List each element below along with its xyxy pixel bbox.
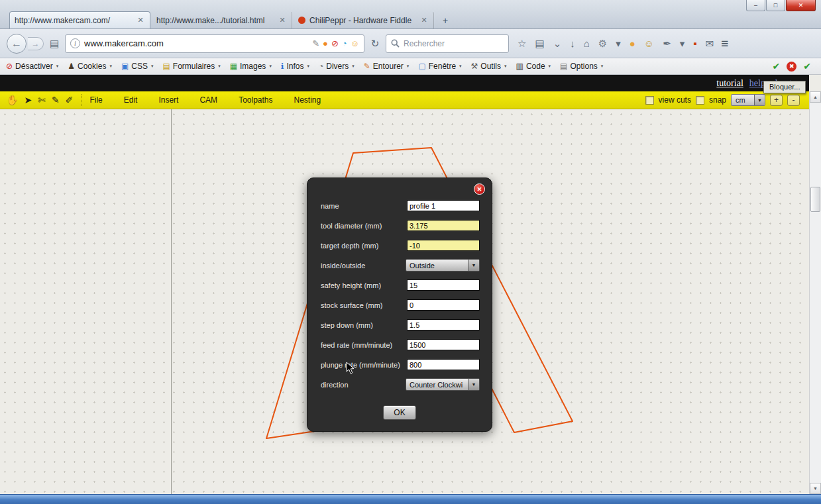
field-label: inside/outside <box>321 262 406 270</box>
cut-tool-icon[interactable]: ✄ <box>38 95 46 105</box>
valid-check-icon[interactable]: ✔ <box>773 61 781 72</box>
drawing-canvas[interactable]: ✕ nametool diameter (mm)target depth (mm… <box>0 109 809 494</box>
addon-smiley-icon[interactable]: ☺ <box>351 39 359 48</box>
dev-menu-outils[interactable]: ⚒Outils <box>471 62 507 71</box>
tab-close-icon[interactable]: ✕ <box>278 16 287 25</box>
menu-toolpaths[interactable]: Toolpaths <box>239 95 272 105</box>
dev-menu-label: Formulaires <box>173 62 215 71</box>
dev-menu-code[interactable]: ▥Code <box>516 62 551 71</box>
dialog-close-button[interactable]: ✕ <box>474 183 485 195</box>
menu-nesting[interactable]: Nesting <box>294 95 321 105</box>
field-input-feed-rate-mm-minute-[interactable] <box>407 339 480 350</box>
dropdown-caret-icon[interactable]: ▾ <box>616 38 621 48</box>
menu-edit[interactable]: Edit <box>124 95 138 105</box>
dev-menu-images[interactable]: ▦Images <box>230 62 272 71</box>
dev-menu-cookies[interactable]: ♟Cookies <box>68 62 112 71</box>
minimize-button[interactable]: – <box>746 0 765 11</box>
addon-orange-dot-icon[interactable]: ● <box>323 39 328 48</box>
bookmark-star-icon[interactable]: ☆ <box>518 38 526 48</box>
scroll-down-icon[interactable]: ▼ <box>810 483 821 494</box>
dev-menu-infos[interactable]: ℹInfos <box>281 62 309 71</box>
dev-menu-formulaires[interactable]: ▤Formulaires <box>162 62 220 71</box>
field-select-inside-outside[interactable]: Outside▼ <box>406 259 480 272</box>
reload-icon[interactable]: ↻ <box>369 38 381 50</box>
ok-button[interactable]: OK <box>383 405 416 420</box>
close-window-button[interactable]: ✕ <box>786 0 816 11</box>
error-count-icon[interactable]: ✖ <box>787 62 796 72</box>
dev-menu-options[interactable]: ▤Options <box>560 62 603 71</box>
addon-gear-icon[interactable]: ⚙ <box>598 38 607 48</box>
view-cuts-checkbox[interactable] <box>645 96 654 105</box>
field-select-direction[interactable]: Counter Clockwi▼ <box>406 378 480 391</box>
dev-menu-fenêtre[interactable]: ▢Fenêtre <box>418 62 461 71</box>
addon-teal-swirl-icon[interactable]: ◔ <box>342 39 347 48</box>
blocker-tooltip[interactable]: Bloquer... <box>763 81 806 93</box>
addon-orange-circle-icon[interactable]: ● <box>629 38 635 48</box>
reading-list-icon[interactable]: ▤ <box>535 38 544 48</box>
adblock-icon[interactable]: ⊘ <box>331 39 339 48</box>
vertical-scrollbar[interactable]: ▲ ▼ <box>809 91 821 494</box>
dev-menu-désactiver[interactable]: ⊘Désactiver <box>6 62 58 71</box>
units-dropdown[interactable]: cm ▼ <box>731 94 765 106</box>
valid-check2-icon[interactable]: ✔ <box>803 61 811 72</box>
browser-window: – □ ✕ http://www.makercam.com/✕http://ww… <box>0 0 821 504</box>
menu-insert[interactable]: Insert <box>158 95 178 105</box>
field-input-tool-diameter-mm-[interactable] <box>407 220 480 231</box>
new-tab-button[interactable]: + <box>437 14 454 27</box>
dialog-row: stock surface (mm) <box>321 298 480 312</box>
search-bar[interactable]: Rechercher <box>386 34 509 53</box>
home-icon[interactable]: ⌂ <box>584 38 590 48</box>
menu-file[interactable]: File <box>89 95 102 105</box>
field-input-step-down-mm-[interactable] <box>407 319 480 330</box>
dropdown-caret2-icon[interactable]: ▾ <box>680 38 685 48</box>
back-button[interactable]: ← <box>7 34 27 54</box>
pan-hand-tool-icon[interactable]: ✋ <box>7 95 18 105</box>
dev-menu-divers[interactable]: ◔Divers <box>319 62 355 71</box>
validation-status-icons: ✔✖✔ <box>773 61 815 72</box>
site-link-tutorial[interactable]: tutorial <box>716 78 743 89</box>
field-label: target depth (mm) <box>321 242 407 250</box>
maximize-button[interactable]: □ <box>766 0 785 11</box>
tab-close-icon[interactable]: ✕ <box>419 16 429 25</box>
eyedropper-icon[interactable]: ✒ <box>663 38 671 48</box>
field-input-safety-height-mm-[interactable] <box>407 279 480 291</box>
url-bar[interactable]: i www.makercam.com ✎●⊘◔☺ <box>65 34 364 53</box>
field-input-name[interactable] <box>407 200 480 211</box>
pocket-icon[interactable]: ⌄ <box>553 38 562 48</box>
dialog-row: tool diameter (mm) <box>321 219 480 232</box>
menu-cam[interactable]: CAM <box>199 95 217 105</box>
select-arrow-tool-icon[interactable]: ➤ <box>24 95 32 105</box>
dialog-row: inside/outsideOutside▼ <box>321 258 480 272</box>
zoom-in-button[interactable]: + <box>770 95 783 106</box>
pen-tool-icon[interactable]: ✎ <box>52 95 60 105</box>
menu-hamburger-icon[interactable]: ≡ <box>721 36 728 51</box>
browser-tab[interactable]: ChiliPeppr - Hardware Fiddle✕ <box>293 11 434 28</box>
addon-red-square-icon[interactable]: ▪ <box>693 38 696 48</box>
browser-tab[interactable]: http://www.makercam.com/✕ <box>9 11 150 28</box>
url-text[interactable]: www.makercam.com <box>84 38 308 48</box>
smiley-addon-icon[interactable]: ☺ <box>644 38 654 48</box>
downloads-icon[interactable]: ↓ <box>570 38 575 48</box>
node-edit-tool-icon[interactable]: ✐ <box>66 95 74 105</box>
page-actions-icon[interactable]: ▤ <box>48 38 60 50</box>
tab-title: http://www.make.../tutorial.html <box>156 16 274 25</box>
toolbar-icons: ☆▤⌄↓⌂⚙▾●☺✒▾▪✉ <box>518 38 716 48</box>
drawing-tools: ✋➤✄✎✐ <box>7 95 73 105</box>
edit-pageaction-icon[interactable]: ✎ <box>312 39 319 48</box>
field-input-plunge-rate-mm-minute-[interactable] <box>407 359 480 370</box>
scroll-up-icon[interactable]: ▲ <box>810 91 821 103</box>
field-label: plunge rate (mm/minute) <box>321 361 407 369</box>
snap-checkbox[interactable] <box>696 96 704 105</box>
forward-button[interactable]: → <box>28 37 44 50</box>
dev-menu-entourer[interactable]: ✎Entourer <box>364 62 410 71</box>
scrollbar-thumb[interactable] <box>810 187 820 212</box>
zoom-out-button[interactable]: - <box>787 95 800 106</box>
dev-menu-label: Fenêtre <box>429 62 456 71</box>
tab-close-icon[interactable]: ✕ <box>136 16 145 25</box>
mail-icon[interactable]: ✉ <box>706 38 714 48</box>
dev-menu-css[interactable]: ▣CSS <box>121 62 154 71</box>
field-input-stock-surface-mm-[interactable] <box>407 299 480 311</box>
field-input-target-depth-mm-[interactable] <box>407 240 480 251</box>
browser-tab[interactable]: http://www.make.../tutorial.html✕ <box>151 11 292 28</box>
site-info-icon[interactable]: i <box>70 38 80 48</box>
